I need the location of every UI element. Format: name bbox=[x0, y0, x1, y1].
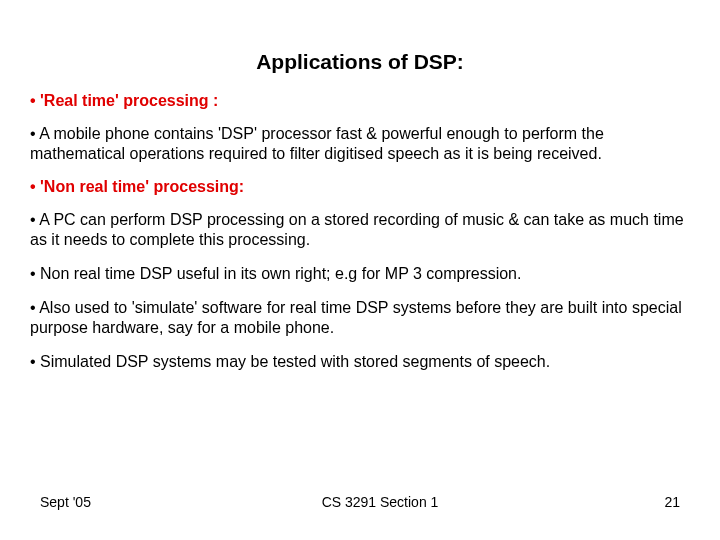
body-mobile-phone: • A mobile phone contains 'DSP' processo… bbox=[30, 124, 690, 164]
footer-page-number: 21 bbox=[640, 494, 680, 510]
heading-nonrealtime: • 'Non real time' processing: bbox=[30, 178, 690, 196]
slide-footer: Sept '05 CS 3291 Section 1 21 bbox=[0, 494, 720, 510]
body-simulate: • Also used to 'simulate' software for r… bbox=[30, 298, 690, 338]
body-tested: • Simulated DSP systems may be tested wi… bbox=[30, 352, 690, 372]
footer-date: Sept '05 bbox=[40, 494, 120, 510]
slide: Applications of DSP: • 'Real time' proce… bbox=[0, 0, 720, 540]
body-mp3: • Non real time DSP useful in its own ri… bbox=[30, 264, 690, 284]
body-pc-processing: • A PC can perform DSP processing on a s… bbox=[30, 210, 690, 250]
footer-course: CS 3291 Section 1 bbox=[120, 494, 640, 510]
heading-realtime: • 'Real time' processing : bbox=[30, 92, 690, 110]
slide-title: Applications of DSP: bbox=[30, 50, 690, 74]
